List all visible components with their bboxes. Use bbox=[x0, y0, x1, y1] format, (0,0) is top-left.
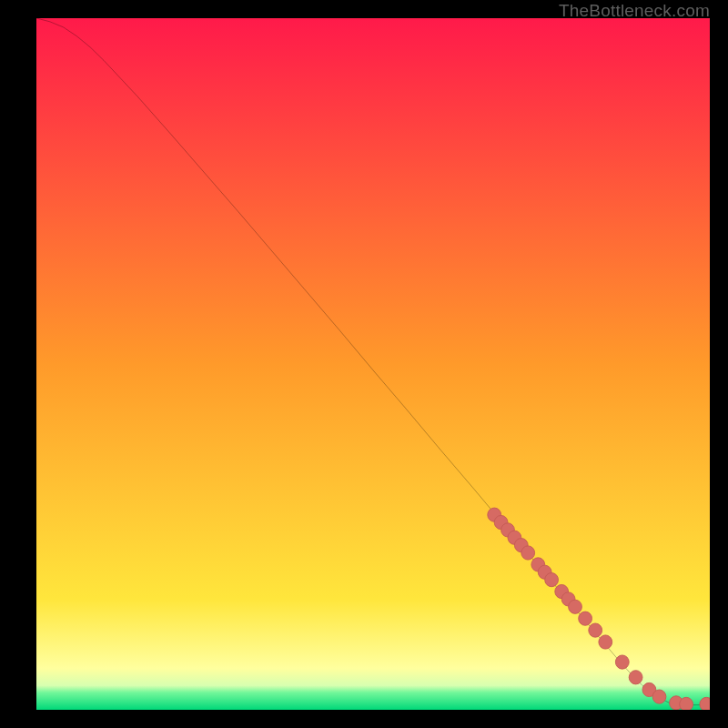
data-marker bbox=[545, 573, 559, 587]
chart-svg bbox=[36, 18, 710, 710]
data-marker bbox=[521, 546, 535, 560]
data-marker bbox=[629, 671, 642, 684]
gradient-background bbox=[36, 18, 710, 710]
data-marker bbox=[589, 623, 602, 637]
chart-frame: TheBottleneck.com bbox=[0, 0, 728, 728]
chart-plot-area bbox=[36, 18, 710, 710]
data-marker bbox=[652, 690, 666, 703]
data-marker bbox=[680, 697, 693, 710]
data-marker bbox=[615, 655, 629, 669]
data-marker bbox=[579, 612, 592, 625]
data-marker bbox=[569, 600, 582, 613]
data-marker bbox=[599, 635, 612, 649]
